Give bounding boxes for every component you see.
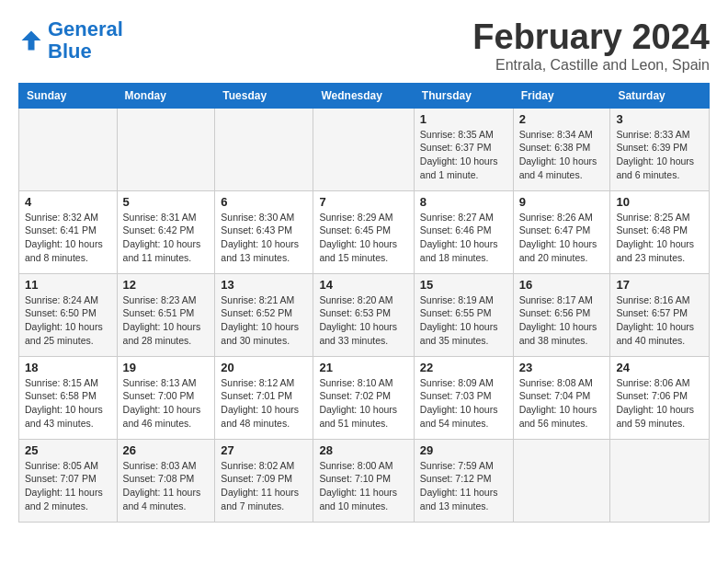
- day-number: 25: [25, 443, 111, 457]
- day-number: 7: [319, 195, 407, 209]
- header: General Blue February 2024 Entrala, Cast…: [18, 18, 710, 74]
- calendar-cell: 23Sunrise: 8:08 AM Sunset: 7:04 PM Dayli…: [513, 356, 610, 439]
- day-info: Sunrise: 8:25 AM Sunset: 6:48 PM Dayligh…: [616, 211, 703, 265]
- day-number: 16: [519, 278, 605, 292]
- calendar-cell: 17Sunrise: 8:16 AM Sunset: 6:57 PM Dayli…: [610, 273, 710, 356]
- day-info: Sunrise: 8:03 AM Sunset: 7:08 PM Dayligh…: [123, 459, 210, 513]
- day-info: Sunrise: 8:13 AM Sunset: 7:00 PM Dayligh…: [123, 376, 210, 431]
- day-number: 15: [420, 278, 507, 292]
- day-info: Sunrise: 8:30 AM Sunset: 6:43 PM Dayligh…: [221, 211, 307, 265]
- calendar-cell: 22Sunrise: 8:09 AM Sunset: 7:03 PM Dayli…: [414, 356, 513, 439]
- calendar-cell: 21Sunrise: 8:10 AM Sunset: 7:02 PM Dayli…: [313, 356, 414, 439]
- day-info: Sunrise: 8:31 AM Sunset: 6:42 PM Dayligh…: [123, 211, 210, 265]
- day-info: Sunrise: 8:08 AM Sunset: 7:04 PM Dayligh…: [519, 376, 605, 431]
- day-info: Sunrise: 8:12 AM Sunset: 7:01 PM Dayligh…: [221, 376, 307, 431]
- calendar-week-row: 1Sunrise: 8:35 AM Sunset: 6:37 PM Daylig…: [19, 108, 710, 190]
- weekday-header-thursday: Thursday: [414, 83, 513, 108]
- day-number: 22: [420, 361, 507, 374]
- day-number: 14: [319, 278, 407, 292]
- day-info: Sunrise: 8:00 AM Sunset: 7:10 PM Dayligh…: [319, 459, 407, 513]
- day-number: 9: [519, 195, 605, 209]
- day-info: Sunrise: 8:34 AM Sunset: 6:38 PM Dayligh…: [519, 128, 605, 182]
- calendar-cell: 20Sunrise: 8:12 AM Sunset: 7:01 PM Dayli…: [215, 356, 313, 439]
- weekday-header-sunday: Sunday: [19, 83, 118, 108]
- weekday-header-monday: Monday: [117, 83, 215, 108]
- calendar-cell: [215, 108, 313, 190]
- calendar-cell: [117, 108, 215, 190]
- calendar-cell: 11Sunrise: 8:24 AM Sunset: 6:50 PM Dayli…: [19, 273, 118, 356]
- day-info: Sunrise: 8:23 AM Sunset: 6:51 PM Dayligh…: [123, 293, 210, 348]
- location-title: Entrala, Castille and Leon, Spain: [472, 57, 710, 74]
- day-number: 12: [123, 278, 210, 292]
- day-info: Sunrise: 8:16 AM Sunset: 6:57 PM Dayligh…: [616, 293, 703, 348]
- title-section: February 2024 Entrala, Castille and Leon…: [472, 18, 710, 74]
- logo: General Blue: [18, 18, 123, 63]
- calendar-table: SundayMondayTuesdayWednesdayThursdayFrid…: [18, 83, 710, 523]
- day-info: Sunrise: 8:10 AM Sunset: 7:02 PM Dayligh…: [319, 376, 407, 431]
- calendar-cell: 16Sunrise: 8:17 AM Sunset: 6:56 PM Dayli…: [513, 273, 610, 356]
- calendar-cell: 3Sunrise: 8:33 AM Sunset: 6:39 PM Daylig…: [610, 108, 710, 190]
- day-info: Sunrise: 8:19 AM Sunset: 6:55 PM Dayligh…: [420, 293, 507, 348]
- calendar-cell: 27Sunrise: 8:02 AM Sunset: 7:09 PM Dayli…: [215, 439, 313, 522]
- day-number: 20: [221, 361, 307, 374]
- calendar-cell: 29Sunrise: 7:59 AM Sunset: 7:12 PM Dayli…: [414, 439, 513, 522]
- day-info: Sunrise: 8:21 AM Sunset: 6:52 PM Dayligh…: [221, 293, 307, 348]
- day-info: Sunrise: 8:33 AM Sunset: 6:39 PM Dayligh…: [616, 128, 703, 182]
- day-number: 19: [123, 361, 210, 374]
- calendar-cell: 14Sunrise: 8:20 AM Sunset: 6:53 PM Dayli…: [313, 273, 414, 356]
- calendar-week-row: 25Sunrise: 8:05 AM Sunset: 7:07 PM Dayli…: [19, 439, 710, 522]
- calendar-cell: [513, 439, 610, 522]
- day-info: Sunrise: 8:06 AM Sunset: 7:06 PM Dayligh…: [616, 376, 703, 431]
- day-info: Sunrise: 8:17 AM Sunset: 6:56 PM Dayligh…: [519, 293, 605, 348]
- day-number: 6: [221, 195, 307, 209]
- day-number: 8: [420, 195, 507, 209]
- calendar-cell: 10Sunrise: 8:25 AM Sunset: 6:48 PM Dayli…: [610, 190, 710, 273]
- day-number: 4: [25, 195, 111, 209]
- day-info: Sunrise: 8:02 AM Sunset: 7:09 PM Dayligh…: [221, 459, 307, 513]
- weekday-header-tuesday: Tuesday: [215, 83, 313, 108]
- day-number: 10: [616, 195, 703, 209]
- day-number: 29: [420, 443, 507, 457]
- calendar-cell: 12Sunrise: 8:23 AM Sunset: 6:51 PM Dayli…: [117, 273, 215, 356]
- day-info: Sunrise: 8:27 AM Sunset: 6:46 PM Dayligh…: [420, 211, 507, 265]
- day-number: 26: [123, 443, 210, 457]
- calendar-cell: 25Sunrise: 8:05 AM Sunset: 7:07 PM Dayli…: [19, 439, 118, 522]
- calendar-cell: 19Sunrise: 8:13 AM Sunset: 7:00 PM Dayli…: [117, 356, 215, 439]
- month-title: February 2024: [472, 18, 710, 57]
- calendar-cell: [610, 439, 710, 522]
- calendar-cell: 18Sunrise: 8:15 AM Sunset: 6:58 PM Dayli…: [19, 356, 118, 439]
- day-number: 2: [519, 112, 605, 126]
- day-info: Sunrise: 8:15 AM Sunset: 6:58 PM Dayligh…: [25, 376, 111, 431]
- calendar-cell: 1Sunrise: 8:35 AM Sunset: 6:37 PM Daylig…: [414, 108, 513, 190]
- day-info: Sunrise: 8:20 AM Sunset: 6:53 PM Dayligh…: [319, 293, 407, 348]
- calendar-cell: 6Sunrise: 8:30 AM Sunset: 6:43 PM Daylig…: [215, 190, 313, 273]
- day-number: 24: [616, 361, 703, 374]
- calendar-cell: 4Sunrise: 8:32 AM Sunset: 6:41 PM Daylig…: [19, 190, 118, 273]
- weekday-header-saturday: Saturday: [610, 83, 710, 108]
- weekday-header-friday: Friday: [513, 83, 610, 108]
- day-info: Sunrise: 8:29 AM Sunset: 6:45 PM Dayligh…: [319, 211, 407, 265]
- day-number: 28: [319, 443, 407, 457]
- weekday-header-wednesday: Wednesday: [313, 83, 414, 108]
- day-number: 23: [519, 361, 605, 374]
- day-info: Sunrise: 8:32 AM Sunset: 6:41 PM Dayligh…: [25, 211, 111, 265]
- calendar-cell: 5Sunrise: 8:31 AM Sunset: 6:42 PM Daylig…: [117, 190, 215, 273]
- calendar-cell: [19, 108, 118, 190]
- calendar-cell: 26Sunrise: 8:03 AM Sunset: 7:08 PM Dayli…: [117, 439, 215, 522]
- logo-blue: Blue: [48, 40, 92, 63]
- calendar-cell: 7Sunrise: 8:29 AM Sunset: 6:45 PM Daylig…: [313, 190, 414, 273]
- calendar-cell: 2Sunrise: 8:34 AM Sunset: 6:38 PM Daylig…: [513, 108, 610, 190]
- calendar-cell: 13Sunrise: 8:21 AM Sunset: 6:52 PM Dayli…: [215, 273, 313, 356]
- day-number: 21: [319, 361, 407, 374]
- day-number: 1: [420, 112, 507, 126]
- day-number: 27: [221, 443, 307, 457]
- day-number: 18: [25, 361, 111, 374]
- day-number: 11: [25, 278, 111, 292]
- day-number: 5: [123, 195, 210, 209]
- calendar-week-row: 18Sunrise: 8:15 AM Sunset: 6:58 PM Dayli…: [19, 356, 710, 439]
- logo-icon: [18, 28, 44, 53]
- day-info: Sunrise: 7:59 AM Sunset: 7:12 PM Dayligh…: [420, 459, 507, 513]
- calendar-cell: 28Sunrise: 8:00 AM Sunset: 7:10 PM Dayli…: [313, 439, 414, 522]
- weekday-header-row: SundayMondayTuesdayWednesdayThursdayFrid…: [19, 83, 710, 108]
- day-info: Sunrise: 8:35 AM Sunset: 6:37 PM Dayligh…: [420, 128, 507, 182]
